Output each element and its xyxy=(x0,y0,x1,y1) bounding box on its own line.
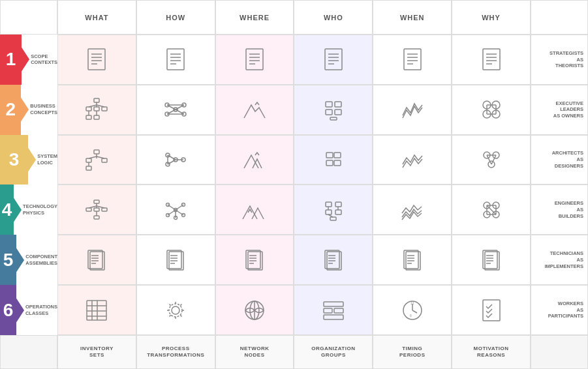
svg-rect-177 xyxy=(334,308,343,313)
row-label-5: 5 COMPONENTASSEMBLIES xyxy=(0,235,57,285)
footer-cell-3: NETWORKNODES xyxy=(215,335,294,369)
right-label-1: STRATEGISTSASTHEORISTS xyxy=(531,35,588,85)
svg-rect-10 xyxy=(246,49,263,70)
footer-cell-5: TIMINGPERIODS xyxy=(373,335,452,369)
header-why: WHY xyxy=(452,0,531,35)
cell-5-1 xyxy=(57,235,136,285)
svg-rect-38 xyxy=(94,115,99,119)
cell-4-6 xyxy=(452,184,531,235)
icon-world xyxy=(238,294,271,327)
svg-line-49 xyxy=(176,110,184,114)
svg-line-77 xyxy=(168,155,176,160)
icon-grid-doc xyxy=(80,294,113,327)
row-number-5: 5 xyxy=(0,235,16,285)
footer-cell-6: MOTIVATIONREASONS xyxy=(452,335,531,369)
svg-rect-176 xyxy=(324,308,332,313)
icon-zigzag-3 xyxy=(396,143,429,176)
svg-rect-30 xyxy=(94,98,99,102)
row-label-6: 6 OPERATIONSCLASSES xyxy=(0,285,57,335)
header-when: WHEN xyxy=(373,0,452,35)
right-label-text-6: WORKERSASPARTICIPANTS xyxy=(531,298,587,322)
svg-rect-178 xyxy=(324,315,343,319)
icon-docs-5-1 xyxy=(80,244,113,276)
right-labels: STRATEGISTSASTHEORISTS EXECUTIVELEADERSA… xyxy=(531,35,588,335)
right-label-text-3: ARCHITECTSASDESIGNERS xyxy=(531,147,587,171)
right-label-text-1: STRATEGISTSASTHEORISTS xyxy=(531,48,587,72)
svg-line-181 xyxy=(412,310,417,313)
svg-rect-65 xyxy=(94,150,99,154)
footer-row: INVENTORYSETS PROCESSTRANSFORMATIONS NET… xyxy=(0,335,588,369)
cell-1-2 xyxy=(136,35,215,85)
right-label-2: EXECUTIVELEADERSAS OWNERS xyxy=(531,85,588,135)
cell-1-1 xyxy=(57,35,136,85)
right-label-text-5: TECHNICIANSASIMPLEMENTERS xyxy=(531,248,587,272)
icon-1-1 xyxy=(80,43,113,76)
cell-4-1 xyxy=(57,184,136,235)
grid-row-4 xyxy=(57,184,531,235)
icon-docs-5-5 xyxy=(396,244,429,276)
svg-text:12: 12 xyxy=(410,301,414,305)
cell-1-5 xyxy=(373,35,452,85)
cell-3-6 xyxy=(452,135,531,185)
svg-rect-0 xyxy=(88,49,105,70)
svg-point-171 xyxy=(169,304,182,317)
cell-6-2 xyxy=(136,285,215,335)
content-area: 1 SCOPECONTEXTS 2 BUSINESSCONCEPTS 3 SYS… xyxy=(0,35,588,335)
svg-line-107 xyxy=(176,205,183,210)
svg-rect-32 xyxy=(94,107,99,111)
icon-gear xyxy=(159,294,192,327)
grid-row-2 xyxy=(57,85,531,135)
cell-5-6 xyxy=(452,235,531,285)
svg-rect-98 xyxy=(94,216,99,219)
right-label-4: ENGINEERSASBUILDERS xyxy=(531,184,588,235)
icon-bricks xyxy=(317,294,350,327)
svg-rect-53 xyxy=(335,102,341,107)
svg-rect-81 xyxy=(326,153,333,158)
cell-5-5 xyxy=(373,235,452,285)
svg-line-70 xyxy=(97,156,104,158)
svg-line-106 xyxy=(168,205,176,210)
svg-rect-54 xyxy=(326,110,332,115)
svg-line-48 xyxy=(167,110,176,114)
right-label-text-4: ENGINEERSASBUILDERS xyxy=(531,198,587,222)
svg-rect-71 xyxy=(86,166,91,170)
svg-rect-33 xyxy=(102,107,107,111)
icon-blocks-4 xyxy=(317,194,350,226)
row-label-1: 1 SCOPECONTEXTS xyxy=(0,35,57,85)
svg-line-46 xyxy=(167,105,176,110)
svg-rect-52 xyxy=(326,102,332,107)
icon-checklist xyxy=(475,294,508,327)
icon-1-2 xyxy=(159,43,192,76)
svg-rect-67 xyxy=(102,158,107,162)
footer-corner-left xyxy=(0,335,57,369)
icon-mountain-3 xyxy=(238,143,271,176)
svg-rect-20 xyxy=(404,49,421,70)
row-label-4: 4 TECHNOLOGYPHYSICS xyxy=(0,184,57,235)
cell-3-1 xyxy=(57,135,136,185)
footer-cell-4: ORGANIZATIONGROUPS xyxy=(294,335,373,369)
grid-row-5 xyxy=(57,235,531,285)
cell-3-4 xyxy=(294,135,373,185)
svg-line-108 xyxy=(168,210,176,215)
cell-2-2 xyxy=(136,85,215,135)
cell-4-5 xyxy=(373,184,452,235)
icon-docs-5-2 xyxy=(159,244,192,276)
row-number-2: 2 xyxy=(0,85,21,135)
svg-rect-56 xyxy=(330,117,337,120)
svg-rect-112 xyxy=(335,202,341,207)
svg-rect-31 xyxy=(86,107,91,111)
cell-3-5 xyxy=(373,135,452,185)
icon-mountain-4 xyxy=(238,194,271,226)
cell-5-2 xyxy=(136,235,215,285)
row-number-4: 4 xyxy=(0,184,14,235)
row-label-2: 2 BUSINESSCONCEPTS xyxy=(0,85,57,135)
svg-rect-114 xyxy=(335,210,341,214)
icon-mountain xyxy=(238,93,271,126)
icon-circles-3 xyxy=(475,143,508,176)
cell-6-6 xyxy=(452,285,531,335)
icon-1-3 xyxy=(238,43,271,76)
right-label-text-2: EXECUTIVELEADERSAS OWNERS xyxy=(531,98,587,122)
icon-docs-5-3 xyxy=(238,244,271,276)
icon-network-4 xyxy=(159,194,192,226)
svg-rect-25 xyxy=(483,49,500,70)
